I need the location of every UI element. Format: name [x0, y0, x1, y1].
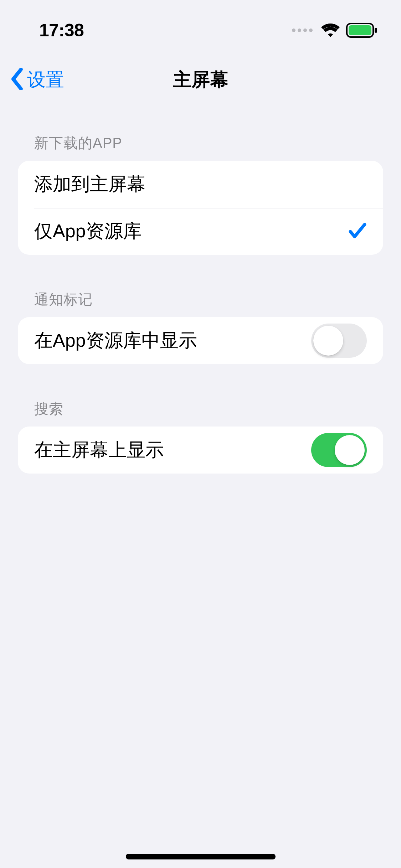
section-header-new-apps: 新下载的APP — [18, 107, 383, 161]
option-app-library-only[interactable]: 仅App资源库 — [18, 208, 383, 255]
section-header-search: 搜索 — [18, 364, 383, 427]
checkmark-icon — [348, 222, 367, 241]
status-indicators — [292, 23, 380, 38]
content: 新下载的APP 添加到主屏幕 仅App资源库 通知标记 在App资源库中显示 搜… — [0, 107, 401, 474]
cellular-dots-icon — [292, 29, 313, 32]
option-label: 添加到主屏幕 — [34, 172, 145, 197]
status-bar: 17:38 — [0, 0, 401, 50]
nav-bar: 设置 主屏幕 — [0, 56, 401, 103]
option-label: 仅App资源库 — [34, 219, 142, 244]
svg-rect-1 — [349, 25, 371, 35]
toggle-show-in-app-library[interactable] — [311, 324, 367, 358]
back-label: 设置 — [27, 67, 64, 92]
svg-rect-2 — [375, 28, 377, 33]
chevron-left-icon — [10, 68, 24, 92]
toggle-show-on-home-screen[interactable] — [311, 433, 367, 467]
battery-icon — [346, 23, 377, 38]
section-header-badges: 通知标记 — [18, 255, 383, 317]
row-show-in-app-library: 在App资源库中显示 — [18, 317, 383, 364]
home-indicator[interactable] — [126, 854, 276, 859]
status-time: 17:38 — [21, 20, 84, 41]
group-badges: 在App资源库中显示 — [18, 317, 383, 364]
toggle-label: 在主屏幕上显示 — [34, 438, 164, 463]
back-button[interactable]: 设置 — [0, 67, 64, 92]
wifi-icon — [321, 24, 340, 37]
toggle-label: 在App资源库中显示 — [34, 328, 197, 353]
row-show-on-home-screen: 在主屏幕上显示 — [18, 427, 383, 474]
option-add-to-home[interactable]: 添加到主屏幕 — [18, 161, 383, 208]
group-search: 在主屏幕上显示 — [18, 427, 383, 474]
group-new-apps: 添加到主屏幕 仅App资源库 — [18, 161, 383, 255]
